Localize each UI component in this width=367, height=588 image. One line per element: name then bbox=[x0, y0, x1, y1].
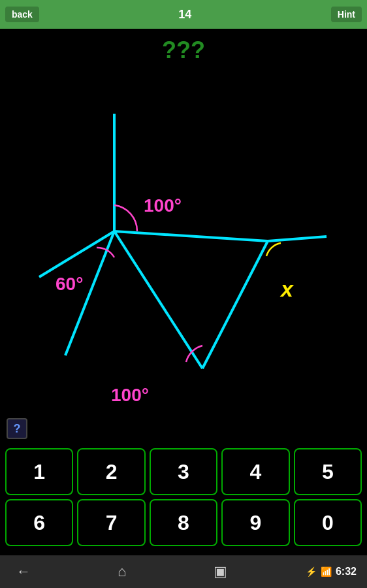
nav-bar: ← ⌂ ▣ ⚡ 📶 6:32 bbox=[0, 555, 367, 588]
top-bar: back 14 Hint bbox=[0, 0, 367, 29]
time-display: 6:32 bbox=[336, 566, 357, 578]
back-nav-icon[interactable]: ← bbox=[10, 563, 37, 580]
svg-text:x: x bbox=[279, 276, 295, 301]
numpad-row2: 6 7 8 9 0 bbox=[5, 499, 362, 546]
num-7-button[interactable]: 7 bbox=[77, 499, 145, 546]
num-0-button[interactable]: 0 bbox=[294, 499, 362, 546]
num-6-button[interactable]: 6 bbox=[5, 499, 73, 546]
svg-text:100°: 100° bbox=[111, 385, 149, 405]
svg-line-2 bbox=[268, 237, 327, 241]
problem-number: 14 bbox=[178, 8, 191, 22]
hint-button[interactable]: Hint bbox=[331, 7, 362, 22]
num-2-button[interactable]: 2 bbox=[77, 448, 145, 495]
num-9-button[interactable]: 9 bbox=[221, 499, 289, 546]
help-icon[interactable]: ? bbox=[7, 418, 27, 439]
signal-icon: 📶 bbox=[321, 566, 332, 577]
geometry-diagram: 100° 60° 100° x bbox=[0, 64, 367, 412]
svg-line-3 bbox=[202, 241, 268, 368]
svg-text:60°: 60° bbox=[56, 274, 83, 294]
num-8-button[interactable]: 8 bbox=[150, 499, 217, 546]
status-bar-right: ⚡ 📶 6:32 bbox=[306, 566, 357, 578]
svg-line-5 bbox=[39, 231, 114, 277]
usb-icon: ⚡ bbox=[306, 566, 317, 577]
num-1-button[interactable]: 1 bbox=[5, 448, 73, 495]
recents-nav-icon[interactable]: ▣ bbox=[207, 563, 233, 580]
question-mark: ??? bbox=[162, 37, 205, 64]
svg-line-1 bbox=[114, 231, 268, 241]
svg-line-4 bbox=[114, 231, 202, 368]
numpad: 1 2 3 4 5 6 7 8 9 0 bbox=[0, 446, 367, 555]
numpad-row1: 1 2 3 4 5 bbox=[5, 448, 362, 495]
answer-area: ? bbox=[0, 412, 367, 446]
back-button[interactable]: back bbox=[5, 7, 39, 22]
home-nav-icon[interactable]: ⌂ bbox=[109, 563, 135, 580]
svg-text:100°: 100° bbox=[144, 195, 182, 216]
question-area: ??? 100° 60° 100° bbox=[0, 29, 367, 412]
num-4-button[interactable]: 4 bbox=[221, 448, 289, 495]
num-3-button[interactable]: 3 bbox=[150, 448, 217, 495]
num-5-button[interactable]: 5 bbox=[294, 448, 362, 495]
